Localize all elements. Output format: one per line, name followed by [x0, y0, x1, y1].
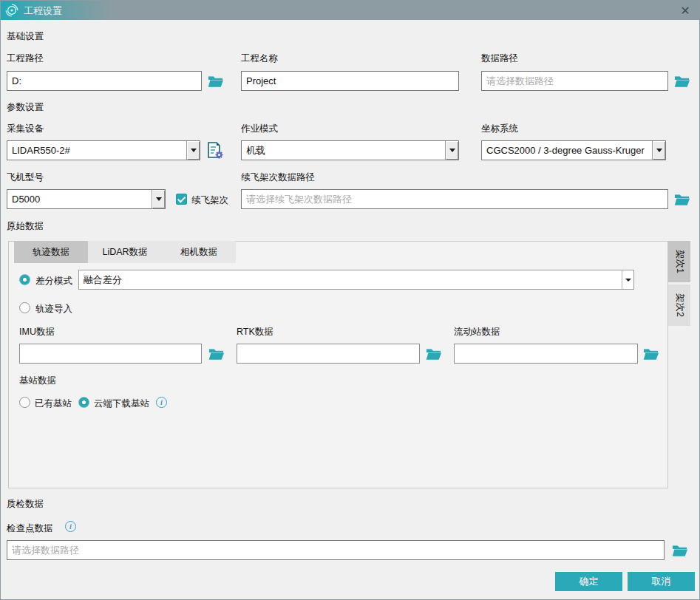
- existing-base-radio-label: 已有基站: [35, 398, 72, 410]
- qc-section-label: 质检数据: [7, 498, 44, 511]
- rover-data-input[interactable]: [454, 344, 638, 364]
- device-select-value: LIDAR550-2#: [7, 145, 186, 156]
- close-icon[interactable]: ✕: [677, 3, 693, 18]
- existing-base-radio[interactable]: [19, 397, 30, 408]
- data-path-label: 数据路径: [481, 52, 518, 65]
- side-tab-sortie-2[interactable]: 架次2: [668, 284, 690, 326]
- rover-data-browse-folder-icon[interactable]: [643, 347, 659, 361]
- ok-button[interactable]: 确定: [555, 572, 622, 591]
- cloud-base-radio[interactable]: [78, 397, 89, 408]
- side-tab-sortie-1[interactable]: 架次1: [668, 241, 690, 282]
- rtk-data-label: RTK数据: [237, 326, 273, 338]
- work-mode-select-value: 机载: [242, 144, 445, 157]
- checkpoint-info-icon[interactable]: i: [65, 521, 76, 532]
- aircraft-select[interactable]: D5000: [7, 189, 166, 209]
- device-select-arrow-icon[interactable]: [186, 141, 200, 160]
- resume-path-label: 续飞架次数据路径: [241, 171, 315, 184]
- device-config-icon[interactable]: [205, 141, 224, 160]
- base-station-label: 基站数据: [19, 375, 56, 387]
- checkpoint-input[interactable]: [7, 540, 665, 560]
- data-path-browse-folder-icon[interactable]: [674, 74, 690, 89]
- aircraft-label: 飞机型号: [7, 171, 44, 184]
- checkpoint-browse-folder-icon[interactable]: [672, 543, 688, 558]
- aircraft-select-arrow-icon[interactable]: [152, 190, 165, 208]
- imu-data-input[interactable]: [19, 344, 202, 364]
- data-path-input[interactable]: [481, 71, 668, 91]
- side-tab-sortie-1-label: 架次1: [673, 250, 686, 273]
- imu-data-browse-folder-icon[interactable]: [208, 347, 225, 361]
- cancel-button[interactable]: 取消: [628, 572, 695, 591]
- resume-path-input[interactable]: [241, 189, 668, 209]
- diff-mode-radio[interactable]: [19, 274, 30, 285]
- side-tab-sortie-2-label: 架次2: [673, 293, 686, 317]
- project-path-browse-folder-icon[interactable]: [208, 74, 224, 89]
- coord-system-select[interactable]: CGCS2000 / 3-degree Gauss-Kruger: [481, 140, 666, 160]
- app-logo-icon: [4, 3, 19, 18]
- raw-section-label: 原始数据: [7, 220, 44, 233]
- aircraft-select-value: D5000: [7, 194, 152, 205]
- tab-trajectory-data[interactable]: 轨迹数据: [14, 241, 88, 263]
- titlebar[interactable]: 工程设置 ✕: [1, 1, 699, 20]
- diff-method-select[interactable]: 融合差分: [78, 270, 634, 290]
- project-path-label: 工程路径: [7, 52, 44, 65]
- cloud-base-info-icon[interactable]: i: [156, 397, 167, 408]
- project-name-input[interactable]: [241, 71, 459, 91]
- tab-camera-data[interactable]: 相机数据: [162, 241, 236, 263]
- cloud-base-radio-label: 云端下载基站: [94, 398, 149, 410]
- coord-system-label: 坐标系统: [481, 123, 518, 135]
- diff-method-select-arrow-icon[interactable]: [622, 270, 633, 289]
- work-mode-select[interactable]: 机载: [241, 140, 459, 160]
- diff-method-select-value: 融合差分: [79, 273, 622, 287]
- device-label: 采集设备: [7, 123, 44, 135]
- project-path-input[interactable]: [7, 71, 202, 91]
- diff-mode-radio-label: 差分模式: [35, 275, 72, 287]
- work-mode-label: 作业模式: [241, 123, 278, 135]
- work-mode-select-arrow-icon[interactable]: [445, 141, 458, 160]
- coord-system-select-arrow-icon[interactable]: [652, 141, 665, 160]
- resume-flight-checkbox[interactable]: [176, 194, 187, 205]
- trajectory-import-radio-label: 轨迹导入: [35, 303, 72, 316]
- resume-path-browse-folder-icon[interactable]: [674, 192, 690, 207]
- resume-flight-checkbox-label: 续飞架次: [191, 194, 228, 207]
- project-name-label: 工程名称: [241, 52, 278, 65]
- coord-system-select-value: CGCS2000 / 3-degree Gauss-Kruger: [482, 145, 652, 156]
- device-select[interactable]: LIDAR550-2#: [7, 140, 200, 160]
- imu-data-label: IMU数据: [19, 326, 55, 338]
- rover-data-label: 流动站数据: [454, 326, 500, 338]
- params-section-label: 参数设置: [7, 101, 44, 114]
- trajectory-import-radio[interactable]: [19, 302, 30, 313]
- rtk-data-browse-folder-icon[interactable]: [426, 347, 442, 361]
- window-title: 工程设置: [24, 4, 62, 18]
- tab-lidar-data[interactable]: LiDAR数据: [88, 241, 162, 263]
- checkpoint-label: 检查点数据: [7, 522, 53, 535]
- rtk-data-input[interactable]: [237, 344, 420, 364]
- basic-section-label: 基础设置: [7, 30, 44, 43]
- project-settings-dialog: 工程设置 ✕ 基础设置 工程路径 工程名称 数据路径 参数设置 采集设备 LID…: [0, 0, 700, 600]
